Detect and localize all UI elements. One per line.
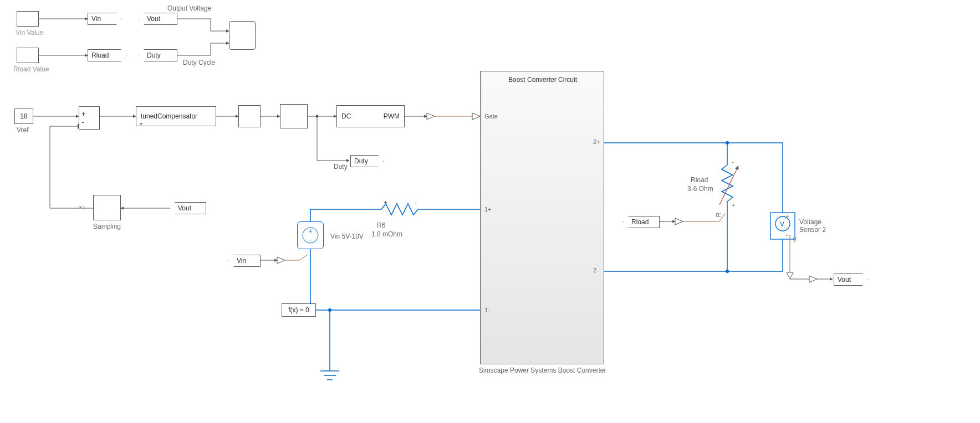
rate-transition-block[interactable]: [280, 104, 308, 128]
output-voltage-label: Output Voltage: [167, 4, 211, 12]
svg-point-43: [775, 216, 790, 231]
scope-block[interactable]: [229, 21, 256, 50]
svg-line-32: [719, 166, 738, 205]
sum-plus: +: [81, 110, 85, 118]
boost-footer: Simscape Power Systems Boost Converter: [479, 367, 606, 374]
dropdown-icon: ▾: [140, 121, 142, 127]
svg-point-29: [726, 270, 729, 273]
boost-converter-block[interactable]: Boost Converter Circuit: [480, 71, 604, 364]
port-gate: Gate: [484, 113, 498, 120]
simulink-canvas[interactable]: + - - +: [0, 0, 980, 423]
svg-text:-: -: [309, 235, 312, 244]
sampling-label: Sampling: [93, 223, 121, 230]
svg-marker-11: [472, 113, 480, 120]
step-block-rload[interactable]: [17, 48, 39, 63]
from-vout-feedback-text: Vout: [178, 204, 191, 212]
step-label-vin: Vin Value: [16, 29, 43, 37]
vsens-v-port: V: [793, 237, 797, 243]
step-block-vin[interactable]: [17, 11, 39, 27]
port-1minus: 1-: [484, 307, 490, 313]
from-vout-scope[interactable]: Vout: [139, 13, 177, 25]
from-vout-scope-text: Vout: [147, 15, 160, 23]
solver-block[interactable]: f(x) = 0: [282, 303, 316, 317]
svg-text:+: +: [309, 228, 312, 234]
source-icon: + -: [298, 222, 323, 249]
port-2plus: 2+: [593, 138, 600, 145]
goto-vout-sensor-text: Vout: [838, 276, 851, 283]
from-duty-scope-text: Duty: [147, 51, 161, 59]
goto-vin-text: Vin: [91, 15, 101, 23]
solver-label: f(x) = 0: [288, 306, 309, 314]
pwm-pwm-label: PWM: [384, 112, 400, 120]
vref-value: 18: [20, 112, 27, 120]
svg-text:-: -: [786, 232, 788, 238]
duty-branch-label: Duty: [334, 163, 348, 171]
goto-rload[interactable]: Rload: [88, 49, 126, 61]
svg-rect-42: [770, 213, 795, 239]
r6-value: 1.8 mOhm: [371, 230, 402, 238]
from-rload-physical-text: Rload: [631, 218, 649, 226]
compensator-block[interactable]: tunedCompensator ▾: [136, 106, 216, 126]
voltage-sensor-label: Voltage Sensor 2: [799, 218, 826, 234]
svg-text:+: +: [732, 202, 735, 208]
rload-label-value: 3-6 Ohm: [687, 185, 713, 193]
goto-duty[interactable]: Duty: [350, 155, 384, 167]
from-vin-physical[interactable]: Vin: [228, 255, 261, 267]
svg-marker-47: [787, 272, 793, 279]
svg-marker-9: [427, 113, 435, 120]
from-vin-physical-text: Vin: [237, 257, 246, 265]
from-duty-scope[interactable]: Duty: [139, 49, 177, 61]
port-2minus: 2-: [593, 267, 599, 274]
boost-title: Boost Converter Circuit: [508, 76, 577, 84]
svg-point-26: [726, 141, 729, 145]
goto-vin[interactable]: Vin: [88, 13, 122, 25]
svg-marker-40: [675, 218, 683, 225]
pwm-block[interactable]: DC PWM: [336, 105, 405, 127]
constant-vref[interactable]: 18: [14, 109, 33, 124]
compensator-label: tunedCompensator: [141, 112, 197, 120]
svg-text:+: +: [384, 199, 387, 207]
sum-block[interactable]: + -: [79, 106, 100, 130]
svg-marker-49: [809, 276, 817, 282]
vref-label: Vref: [17, 126, 29, 134]
goto-vout-sensor[interactable]: Vout: [834, 274, 868, 286]
goto-duty-text: Duty: [354, 157, 368, 165]
vin-source-block[interactable]: + -: [297, 221, 324, 249]
svg-point-19: [328, 308, 331, 312]
svg-text:-: -: [415, 199, 417, 207]
svg-text:V: V: [780, 220, 784, 228]
rload-label-name: Rload: [691, 176, 708, 184]
from-rload-physical[interactable]: Rload: [623, 216, 660, 228]
step-label-rload: Rload Value: [13, 65, 49, 73]
sum-minus: -: [81, 118, 84, 127]
svg-point-7: [316, 115, 319, 118]
r6-name: R6: [377, 221, 385, 229]
svg-text:-: -: [732, 158, 734, 165]
x-updown-label: ×↕: [79, 204, 85, 210]
svg-text:+: +: [786, 213, 789, 219]
goto-rload-text: Rload: [91, 51, 109, 59]
vin-source-label: Vin 5V-10V: [330, 233, 364, 240]
port-1plus: 1+: [484, 206, 492, 213]
duty-cycle-label: Duty Cycle: [183, 59, 215, 66]
saturation-block[interactable]: [238, 105, 261, 127]
from-vout-feedback[interactable]: Vout: [170, 202, 206, 214]
rload-r-port: R: [715, 213, 722, 217]
sampling-block[interactable]: [93, 195, 121, 220]
pwm-dc-label: DC: [341, 112, 351, 120]
svg-marker-37: [277, 257, 285, 264]
